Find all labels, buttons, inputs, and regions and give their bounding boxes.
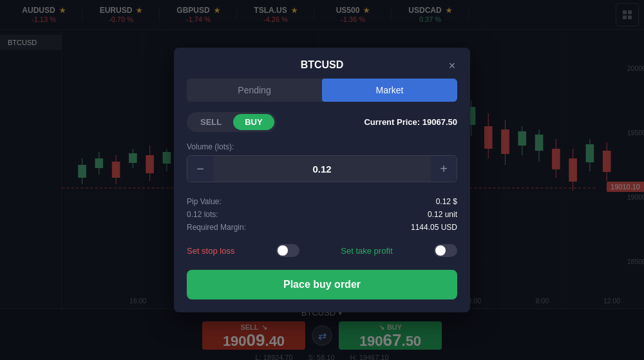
volume-input-row: − + <box>187 155 457 182</box>
volume-plus-button[interactable]: + <box>431 156 457 182</box>
side-toggle: SELL BUY <box>187 112 276 132</box>
volume-minus-button[interactable]: − <box>187 156 213 182</box>
stop-loss-toggle[interactable] <box>276 244 299 257</box>
info-row-margin: Required Margin: 1144.05 USD <box>187 221 457 234</box>
sl-tp-row: Set stop loss Set take profit <box>174 244 470 270</box>
tab-market[interactable]: Market <box>322 79 457 102</box>
modal-overlay: BTCUSD × Pending Market SELL BUY Current… <box>0 0 644 360</box>
info-rows: Pip Value: 0.12 $ 0.12 lots: 0.12 unit R… <box>174 190 470 244</box>
modal-close-button[interactable]: × <box>444 58 460 73</box>
stop-loss-label: Set stop loss <box>187 246 234 256</box>
order-modal: BTCUSD × Pending Market SELL BUY Current… <box>174 48 470 312</box>
current-price-display: Current Price: 19067.50 <box>364 117 457 127</box>
modal-tabs: Pending Market <box>187 79 457 102</box>
place-order-button[interactable]: Place buy order <box>187 270 457 299</box>
toggle-knob <box>435 245 446 256</box>
volume-input[interactable] <box>213 164 431 175</box>
take-profit-label: Set take profit <box>341 246 392 256</box>
volume-label: Volume (lots): <box>187 142 457 151</box>
buy-toggle[interactable]: BUY <box>233 114 274 130</box>
info-row-pip: Pip Value: 0.12 $ <box>187 195 457 208</box>
sell-toggle[interactable]: SELL <box>189 114 233 130</box>
take-profit-toggle[interactable] <box>434 244 457 257</box>
toggle-knob <box>278 245 288 256</box>
modal-header: BTCUSD × <box>174 48 470 79</box>
info-row-lots: 0.12 lots: 0.12 unit <box>187 208 457 221</box>
modal-title: BTCUSD <box>301 59 344 71</box>
volume-section: Volume (lots): − + <box>174 142 470 190</box>
tab-pending[interactable]: Pending <box>187 79 322 102</box>
sell-buy-row: SELL BUY Current Price: 19067.50 <box>174 112 470 142</box>
